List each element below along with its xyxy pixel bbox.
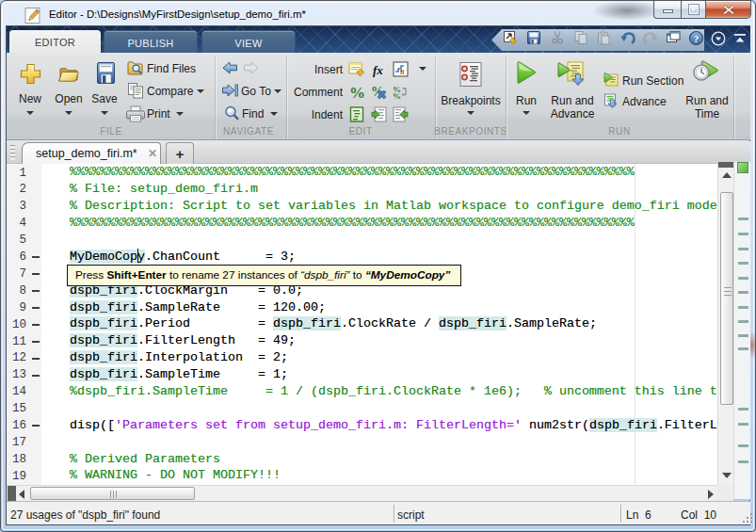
svg-text:%: % <box>349 84 365 100</box>
svg-text:fx: fx <box>373 63 383 77</box>
svg-text:fi: fi <box>400 68 404 76</box>
svg-text:?: ? <box>694 33 700 44</box>
svg-text:%: % <box>393 91 401 100</box>
